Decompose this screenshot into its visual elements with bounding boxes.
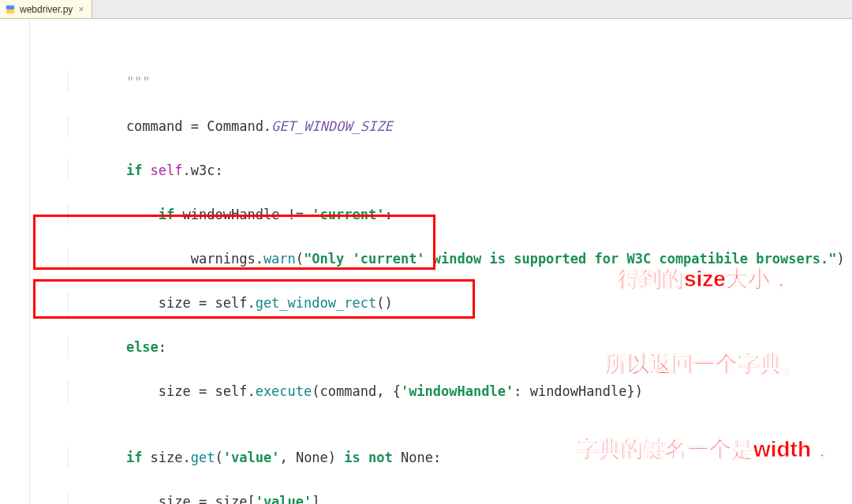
keyword-if: if xyxy=(159,207,174,222)
gutter xyxy=(0,19,30,504)
string-literal: 'windowHandle' xyxy=(401,383,514,399)
code-text: command = Command. xyxy=(62,118,271,134)
method-call: get_window_rect xyxy=(256,295,377,311)
string-literal: 'value' xyxy=(256,494,312,504)
method-call: warn xyxy=(263,251,296,267)
string-literal: 'value' xyxy=(223,450,280,465)
keyword-if: if xyxy=(126,450,142,465)
code-area[interactable]: """ command = Command.GET_WINDOW_SIZE if… xyxy=(30,19,852,504)
svg-rect-1 xyxy=(6,9,15,13)
tab-bar: webdriver.py × xyxy=(0,0,852,19)
python-file-icon xyxy=(5,4,16,15)
keyword-if: if xyxy=(126,162,142,178)
string-literal: 'current' xyxy=(312,207,384,222)
keyword-else: else xyxy=(126,339,159,355)
keyword-is-not: is not xyxy=(344,450,392,465)
editor: """ command = Command.GET_WINDOW_SIZE if… xyxy=(0,19,852,504)
file-tab[interactable]: webdriver.py × xyxy=(0,0,92,18)
svg-rect-0 xyxy=(6,5,15,9)
tab-filename: webdriver.py xyxy=(20,4,73,15)
constant: GET_WINDOW_SIZE xyxy=(271,118,393,134)
close-icon[interactable]: × xyxy=(77,4,85,15)
method-call: execute xyxy=(256,383,312,399)
string-literal: "Only 'current' window is supported for … xyxy=(304,251,837,267)
docstring-quote: """ xyxy=(62,74,151,90)
